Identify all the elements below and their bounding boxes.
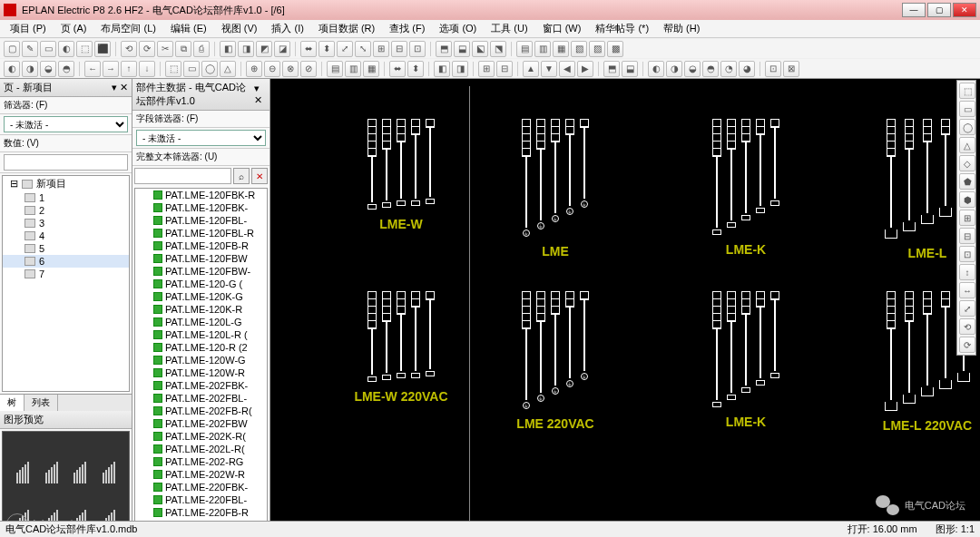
toolbar-button[interactable]: ▢: [4, 41, 20, 57]
part-item[interactable]: PAT.LME-202L-R(: [135, 443, 267, 455]
toolbar-button[interactable]: △: [220, 61, 236, 77]
toolbar-button[interactable]: ⬚: [165, 61, 181, 77]
part-item[interactable]: PAT.LME-120FBW: [135, 252, 267, 265]
toolbar-button[interactable]: ▲: [523, 61, 539, 77]
part-item[interactable]: PAT.LME-120W-G: [135, 354, 267, 366]
toolbar-button[interactable]: ⟲: [121, 41, 137, 57]
tree-page[interactable]: 7: [3, 268, 129, 280]
toolbar-button[interactable]: ◪: [274, 41, 290, 57]
toolbar-button[interactable]: ▥: [345, 61, 361, 77]
toolbar-button[interactable]: ◒: [40, 61, 56, 77]
menu-item[interactable]: 编辑 (E): [164, 20, 213, 37]
tool-button[interactable]: △: [959, 137, 975, 153]
toolbar-button[interactable]: ◧: [220, 41, 236, 57]
part-item[interactable]: PAT.LME-202FBW: [135, 417, 267, 430]
toolbar-button[interactable]: ⊗: [282, 61, 299, 77]
numeric-input[interactable]: [4, 154, 128, 171]
minimize-button[interactable]: —: [902, 3, 926, 17]
tree-page[interactable]: 5: [3, 242, 129, 255]
toolbar-button[interactable]: ◨: [238, 41, 254, 57]
toolbar-button[interactable]: ◓: [58, 61, 74, 77]
toolbar-button[interactable]: ⬚: [76, 41, 93, 57]
toolbar-button[interactable]: ◔: [720, 61, 737, 77]
toolbar-button[interactable]: ⟳: [139, 41, 155, 57]
close-button[interactable]: ✕: [953, 3, 976, 17]
part-item[interactable]: PAT.LME-220FBL-: [135, 493, 267, 506]
toolbar-button[interactable]: ✎: [22, 41, 38, 57]
toolbar-button[interactable]: ◐: [648, 61, 664, 77]
panel-pin-icon[interactable]: ▾ ✕: [254, 83, 266, 106]
tool-button[interactable]: ⊞: [959, 210, 975, 226]
tool-button[interactable]: ↔: [959, 282, 975, 298]
toolbar-button[interactable]: ◐: [58, 41, 74, 57]
toolbar-button[interactable]: ▼: [541, 61, 557, 77]
tool-button[interactable]: ⟳: [959, 337, 975, 353]
pages-tree[interactable]: ⊟新项目1234567: [2, 175, 130, 392]
toolbar-button[interactable]: ⊞: [373, 41, 389, 57]
toolbar-button[interactable]: ⬌: [389, 61, 406, 77]
menu-item[interactable]: 视图 (V): [215, 20, 264, 37]
tool-button[interactable]: ◯: [959, 119, 975, 135]
toolbar-button[interactable]: ↓: [139, 61, 155, 77]
toolbar-button[interactable]: ⊠: [783, 61, 799, 77]
toolbar-button[interactable]: ⊕: [246, 61, 262, 77]
tool-button[interactable]: ⊡: [959, 246, 975, 262]
toolbar-button[interactable]: ▩: [607, 41, 623, 57]
toolbar-button[interactable]: ⤢: [337, 41, 353, 57]
part-item[interactable]: PAT.LME-120FBW-: [135, 265, 267, 278]
part-item[interactable]: PAT.LME-202FBK-: [135, 379, 267, 392]
toolbar-button[interactable]: ⊡: [409, 41, 426, 57]
tree-page[interactable]: 1: [3, 191, 129, 204]
part-item[interactable]: PAT.LME-120K-G: [135, 290, 267, 303]
menu-item[interactable]: 帮助 (H): [657, 20, 706, 37]
toolbar-button[interactable]: ◓: [702, 61, 719, 77]
tool-button[interactable]: ⤢: [959, 300, 975, 317]
toolbar-button[interactable]: ←: [84, 61, 101, 77]
tree-page[interactable]: 3: [3, 217, 129, 229]
part-item[interactable]: PAT.LME-120-G (: [135, 278, 267, 290]
toolbar-button[interactable]: ↑: [121, 61, 137, 77]
toolbar-button[interactable]: ▶: [577, 61, 593, 77]
toolbar-button[interactable]: ◩: [256, 41, 272, 57]
part-item[interactable]: PAT.LME-120FB-R: [135, 239, 267, 252]
toolbar-button[interactable]: ▭: [183, 61, 200, 77]
tool-button[interactable]: ⬟: [959, 173, 975, 190]
toolbar-button[interactable]: ▧: [571, 41, 587, 57]
menu-item[interactable]: 精华帖导 (*): [589, 20, 655, 37]
tree-project[interactable]: ⊟新项目: [3, 176, 129, 191]
toolbar-button[interactable]: ◕: [739, 61, 755, 77]
toolbar-button[interactable]: ◑: [666, 61, 682, 77]
toolbar-button[interactable]: ⤡: [355, 41, 371, 57]
tool-button[interactable]: ◇: [959, 155, 975, 171]
tree-page[interactable]: 6: [3, 255, 129, 268]
toolbar-button[interactable]: ✂: [157, 41, 173, 57]
part-item[interactable]: PAT.LME-220FB-R: [135, 506, 267, 519]
toolbar-button[interactable]: ⬓: [622, 61, 638, 77]
toolbar-button[interactable]: ⬍: [318, 41, 335, 57]
toolbar-button[interactable]: ◧: [434, 61, 450, 77]
toolbar-button[interactable]: ⊞: [478, 61, 495, 77]
part-item[interactable]: PAT.LME-120-R (2: [135, 341, 267, 354]
part-item[interactable]: PAT.LME-120FBL-R: [135, 227, 267, 239]
toolbar-button[interactable]: ▭: [40, 41, 56, 57]
toolbar-button[interactable]: ⊟: [391, 41, 407, 57]
panel-pin-icon[interactable]: ▾ ✕: [112, 82, 128, 93]
toolbar-button[interactable]: ⬔: [490, 41, 506, 57]
toolbar-button[interactable]: ◯: [201, 61, 218, 77]
part-item[interactable]: PAT.LME-220FBK-: [135, 481, 267, 493]
toolbar-button[interactable]: ⬓: [454, 41, 470, 57]
filter-apply-button[interactable]: ⌕: [233, 168, 250, 184]
part-item[interactable]: PAT.LME-202W-R: [135, 468, 267, 481]
menu-item[interactable]: 插入 (I): [265, 20, 309, 37]
part-item[interactable]: PAT.LME-120K-R: [135, 303, 267, 316]
part-item[interactable]: PAT.LME-202FB-R(: [135, 405, 267, 417]
maximize-button[interactable]: ▢: [927, 3, 951, 17]
toolbar-button[interactable]: ⬕: [472, 41, 488, 57]
part-item[interactable]: PAT.LME-120FBK-R: [135, 189, 267, 201]
tool-button[interactable]: ↕: [959, 264, 975, 280]
menu-item[interactable]: 工具 (U): [485, 20, 534, 37]
toolbar-button[interactable]: ⬍: [407, 61, 424, 77]
toolbar-button[interactable]: ⎙: [193, 41, 210, 57]
toolbar-button[interactable]: ⬌: [300, 41, 317, 57]
tool-button[interactable]: ▭: [959, 101, 975, 117]
